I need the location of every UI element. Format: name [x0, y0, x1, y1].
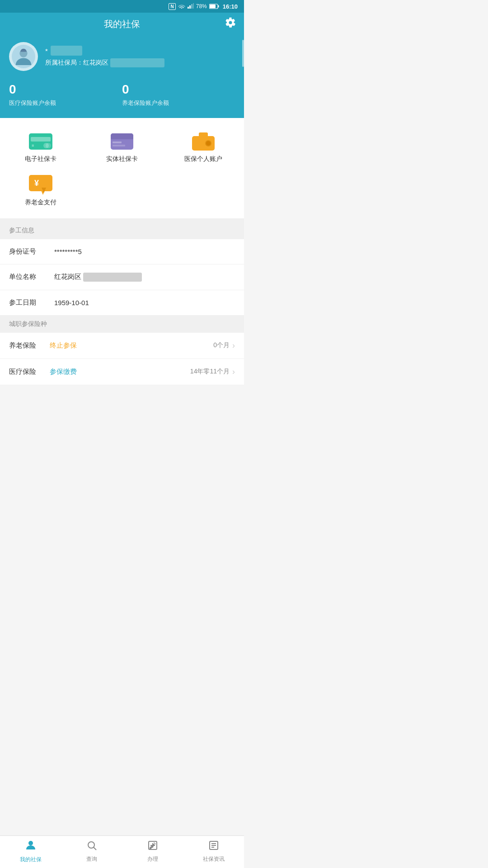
- scroll-indicator: [242, 13, 244, 148]
- pension-insurance-row[interactable]: 养老保险 终止参保 0个月 ›: [0, 333, 244, 359]
- svg-rect-0: [188, 7, 189, 9]
- battery-icon: [209, 4, 219, 9]
- insurance-header: 城职参保险种: [0, 316, 244, 333]
- pension-ins-label: 养老保险: [9, 341, 50, 350]
- id-label: 身份证号: [9, 247, 54, 256]
- medical-balance: 0 医疗保险账户余额: [9, 82, 122, 107]
- medical-label: 医疗保险账户余额: [9, 99, 122, 107]
- settings-icon[interactable]: [225, 17, 236, 31]
- medical-insurance-row[interactable]: 医疗保险 参保缴费 14年零11个月 ›: [0, 359, 244, 385]
- name-star: *: [45, 47, 48, 55]
- medical-chevron-icon: ›: [232, 367, 235, 377]
- pension-chevron-icon: ›: [232, 341, 235, 350]
- svg-rect-3: [193, 3, 194, 9]
- time-display: 16:10: [223, 3, 238, 10]
- svg-text:≡: ≡: [32, 143, 34, 148]
- pension-label: 养老保险账户余额: [122, 99, 235, 107]
- svg-rect-6: [210, 5, 216, 8]
- svg-rect-17: [113, 142, 122, 143]
- unit-redacted: [83, 273, 142, 282]
- work-date-row: 参工日期 1959-10-01: [0, 290, 244, 316]
- work-info-header: 参工信息: [0, 222, 244, 239]
- balance-row: 0 医疗保险账户余额 0 养老保险账户余额: [0, 82, 244, 118]
- physical-card-label: 实体社保卡: [106, 155, 138, 163]
- content-area: ≡ 电子社保卡 实体社保卡: [0, 118, 244, 417]
- menu-item-medical-account[interactable]: 医保个人账户: [163, 127, 244, 170]
- svg-rect-5: [218, 5, 219, 8]
- menu-item-electronic-card[interactable]: ≡ 电子社保卡: [0, 127, 81, 170]
- svg-rect-18: [113, 145, 125, 146]
- battery-text: 78%: [196, 3, 207, 9]
- physical-card-icon: [110, 132, 134, 151]
- pension-pay-label: 养老金支付: [25, 198, 56, 207]
- id-value: *********5: [54, 248, 235, 255]
- medical-ins-label: 医疗保险: [9, 368, 50, 376]
- profile-bureau: 所属社保局：红花岗区: [45, 58, 235, 67]
- profile-info: * 所属社保局：红花岗区: [45, 46, 235, 67]
- id-number-row: 身份证号 *********5: [0, 239, 244, 264]
- bureau-redacted: [110, 58, 164, 67]
- unit-value: 红花岗区: [54, 273, 235, 282]
- nfc-icon: N: [169, 3, 175, 10]
- page-title: 我的社保: [104, 19, 140, 29]
- unit-label: 单位名称: [9, 273, 54, 281]
- electronic-card-icon: ≡: [29, 132, 52, 151]
- menu-grid: ≡ 电子社保卡 实体社保卡: [0, 118, 244, 222]
- status-icons: N 78%: [169, 3, 219, 10]
- avatar: [9, 42, 38, 71]
- svg-rect-1: [189, 5, 191, 9]
- profile-name-row: *: [45, 46, 235, 56]
- bureau-text: 所属社保局：红花岗区: [45, 59, 108, 67]
- app-header: 我的社保: [0, 13, 244, 35]
- menu-item-pension-pay[interactable]: ¥ 养老金支付: [0, 170, 81, 214]
- medical-ins-duration: 14年零11个月: [190, 368, 230, 376]
- pension-balance: 0 养老保险账户余额: [122, 82, 235, 107]
- svg-rect-20: [199, 132, 208, 138]
- svg-rect-2: [191, 4, 192, 9]
- pension-ins-status: 终止参保: [50, 341, 213, 350]
- svg-text:¥: ¥: [34, 179, 39, 188]
- svg-rect-10: [31, 137, 51, 142]
- medical-account-icon: [192, 132, 215, 151]
- unit-name-row: 单位名称 红花岗区: [0, 264, 244, 290]
- pension-amount: 0: [122, 82, 235, 97]
- menu-item-physical-card[interactable]: 实体社保卡: [81, 127, 163, 170]
- electronic-card-label: 电子社保卡: [25, 155, 56, 163]
- pension-ins-duration: 0个月: [213, 341, 230, 349]
- svg-point-12: [46, 143, 51, 148]
- medical-ins-status: 参保缴费: [50, 368, 190, 376]
- wifi-icon: [178, 3, 185, 10]
- status-bar: N 78%: [0, 0, 244, 13]
- date-value: 1959-10-01: [54, 299, 235, 307]
- pension-pay-icon: ¥: [29, 175, 52, 195]
- svg-rect-23: [29, 175, 52, 191]
- svg-point-22: [206, 141, 211, 146]
- name-redacted: [51, 46, 82, 56]
- svg-rect-16: [111, 136, 133, 139]
- medical-amount: 0: [9, 82, 122, 97]
- medical-account-label: 医保个人账户: [184, 155, 222, 163]
- profile-section: * 所属社保局：红花岗区: [0, 35, 244, 82]
- signal-icon: [188, 3, 194, 10]
- date-label: 参工日期: [9, 298, 54, 307]
